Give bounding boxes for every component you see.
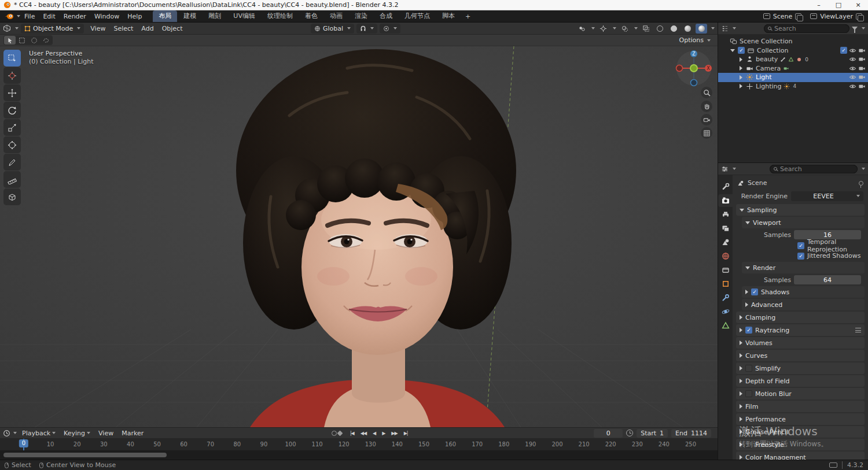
gizmo-x-negative-handle[interactable] (676, 65, 683, 72)
transform-orientation-selector[interactable]: Global (311, 24, 354, 34)
hide-in-viewport-eye-icon[interactable] (849, 55, 856, 63)
object-type-visibility-button[interactable] (576, 24, 587, 34)
properties-tab-tool[interactable] (718, 180, 733, 193)
auto-keying-button[interactable] (332, 431, 337, 436)
add-cube-tool[interactable] (3, 188, 21, 205)
use-preview-range-icon[interactable] (626, 430, 633, 436)
playhead-frame-label[interactable]: 0 (19, 439, 28, 447)
properties-tab-physics[interactable] (718, 305, 733, 318)
previous-keyframe-button[interactable]: ◀◀ (358, 430, 369, 437)
panel-sampling[interactable]: Sampling (736, 204, 865, 216)
panel-advanced[interactable]: Advanced (742, 299, 865, 310)
timeline-scrollbar-thumb[interactable] (3, 453, 167, 457)
exclude-checkbox[interactable] (840, 47, 847, 54)
shading-material-button[interactable] (682, 24, 693, 34)
play-forward-button[interactable]: ▶ (380, 430, 387, 437)
menu-edit[interactable]: Edit (39, 10, 59, 22)
panel-film[interactable]: Film (736, 401, 865, 412)
workspace-tab-11[interactable]: 脚本 (436, 10, 461, 22)
panel-disclosure-icon[interactable] (740, 442, 742, 447)
panel-curves[interactable]: Curves (736, 350, 865, 361)
annotate-tool[interactable] (3, 154, 21, 171)
panel-enable-checkbox[interactable] (745, 441, 752, 448)
panel-disclosure-icon[interactable] (745, 302, 748, 307)
hide-in-viewport-eye-icon[interactable] (849, 65, 856, 72)
mode-selector[interactable]: Object Mode (21, 24, 84, 34)
properties-tab-output[interactable] (718, 208, 733, 221)
panel-disclosure-icon[interactable] (745, 290, 748, 294)
panel-grease-pencil[interactable]: Grease Pencil (736, 426, 865, 438)
jump-to-end-button[interactable]: ▶| (402, 430, 410, 437)
menu-help[interactable]: Help (123, 10, 146, 22)
hide-in-viewport-eye-icon[interactable] (849, 73, 856, 81)
panel-disclosure-icon[interactable] (745, 267, 750, 269)
panel-disclosure-icon[interactable] (740, 379, 742, 383)
shading-wireframe-button[interactable] (654, 24, 665, 34)
disable-in-renders-camera-icon[interactable] (858, 47, 866, 54)
panel-disclosure-icon[interactable] (740, 328, 742, 332)
current-frame-field[interactable]: 0 (594, 429, 623, 438)
camera-view-button[interactable] (701, 114, 712, 125)
render-engine-dropdown[interactable]: EEVEE (791, 191, 863, 201)
shading-solid-button[interactable] (668, 24, 679, 34)
disclosure-toggle[interactable] (730, 49, 735, 52)
panel-performance[interactable]: Performance (736, 413, 865, 425)
workspace-tab-1[interactable]: 布局 (153, 10, 177, 22)
disable-in-renders-camera-icon[interactable] (858, 83, 866, 90)
select-mode-lasso[interactable] (41, 36, 52, 45)
panel-disclosure-icon[interactable] (740, 430, 742, 434)
timeline-ruler[interactable]: 0 01020304050607080901001101201301401501… (0, 439, 718, 450)
gizmo-y-handle[interactable] (690, 65, 697, 72)
minimize-button[interactable]: – (809, 0, 829, 10)
panel-disclosure-icon[interactable] (745, 221, 750, 224)
filter-icon[interactable] (852, 27, 858, 30)
field-value-input[interactable]: 64 (794, 275, 861, 284)
viewport-canvas[interactable]: User Perspective (0) Collection | Light (0, 46, 718, 427)
gizmos-toggle-button[interactable] (597, 24, 609, 34)
hide-in-viewport-eye-icon[interactable] (849, 47, 856, 54)
outliner-editor-icon[interactable] (721, 25, 729, 32)
panel-disclosure-icon[interactable] (740, 341, 742, 345)
panel-disclosure-icon[interactable] (740, 404, 742, 409)
scale-tool[interactable] (3, 119, 21, 136)
properties-tab-object-data[interactable] (718, 319, 733, 332)
timeline-scrollbar[interactable] (0, 450, 718, 460)
panel-viewport[interactable]: Viewport (742, 217, 865, 228)
properties-options-caret[interactable] (862, 168, 865, 170)
breadcrumb-scene-label[interactable]: Scene (748, 179, 767, 187)
collection-enable-checkbox[interactable] (738, 47, 745, 54)
panel-volumes[interactable]: Volumes (736, 337, 865, 349)
properties-tab-render[interactable] (718, 194, 733, 207)
disclosure-toggle[interactable] (738, 84, 744, 88)
panel-disclosure-icon[interactable] (740, 391, 742, 396)
workspace-tab-3[interactable]: 雕刻 (203, 10, 227, 22)
scene-selector[interactable]: Scene (773, 13, 793, 20)
workspace-tab-6[interactable]: 着色 (299, 10, 323, 22)
viewport-menu-add[interactable]: Add (137, 23, 157, 34)
snapping-toggle[interactable] (356, 24, 377, 34)
workspace-tab-10[interactable]: 几何节点 (399, 10, 436, 22)
panel-depth-of-field[interactable]: Depth of Field (736, 375, 865, 387)
panel-enable-checkbox[interactable] (745, 365, 752, 372)
keying-set-icon[interactable] (337, 430, 343, 436)
measure-tool[interactable] (3, 171, 21, 188)
outliner-search-input[interactable]: Search (764, 24, 849, 33)
move-tool[interactable] (3, 84, 21, 101)
panel-enable-checkbox[interactable] (745, 327, 752, 334)
disclosure-toggle[interactable] (738, 66, 744, 71)
outliner-row-collection[interactable]: Collection (718, 46, 868, 55)
workspace-tab-4[interactable]: UV编辑 (227, 10, 261, 22)
timeline-editor-icon[interactable] (3, 430, 10, 437)
viewport-menu-view[interactable]: View (86, 23, 109, 34)
menu-file[interactable]: File (20, 10, 39, 22)
disable-in-renders-camera-icon[interactable] (858, 65, 866, 72)
disable-in-renders-camera-icon[interactable] (858, 55, 866, 63)
hide-in-viewport-eye-icon[interactable] (849, 83, 856, 90)
timeline-menu-marker[interactable]: Marker (117, 428, 148, 438)
workspace-tab-9[interactable]: 合成 (374, 10, 398, 22)
menu-window[interactable]: Window (90, 10, 123, 22)
zoom-button[interactable] (701, 87, 712, 98)
viewlayer-selector[interactable]: ViewLayer (820, 13, 853, 20)
outliner-row-camera[interactable]: Camera (718, 64, 868, 73)
panel-disclosure-icon[interactable] (740, 455, 742, 460)
